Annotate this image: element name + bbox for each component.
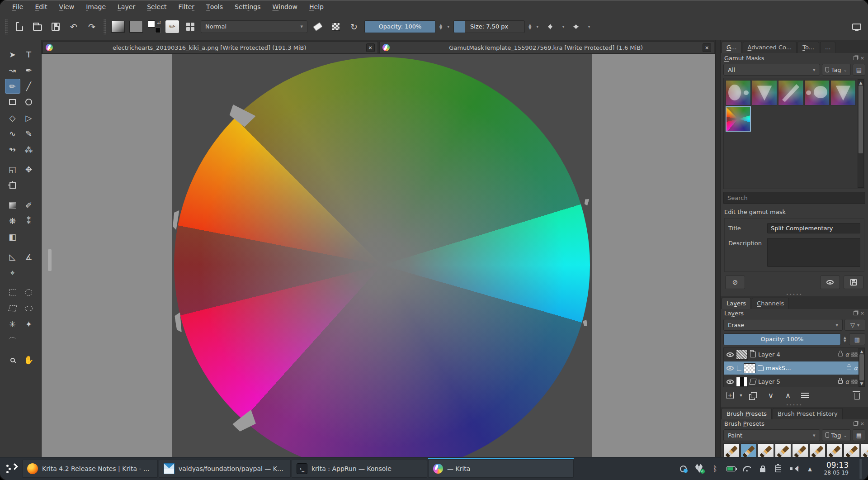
brush-tag-button[interactable]: Tag ⌄ <box>822 429 851 441</box>
tool-colorize-mask[interactable]: ⁑ <box>21 214 37 228</box>
save-button[interactable] <box>48 19 63 34</box>
alpha-lock-icon[interactable]: α <box>845 351 849 358</box>
tool-zoom[interactable] <box>5 352 20 367</box>
mirror-horizontal-button[interactable] <box>542 19 558 34</box>
clock[interactable]: 09:13 28-05-19 <box>824 461 849 476</box>
toolbar-grip[interactable] <box>5 19 8 34</box>
float-docker-icon[interactable] <box>854 56 858 60</box>
brush-tab-brushpresethistory[interactable]: Brush Preset History <box>773 408 843 419</box>
mask-triangle[interactable] <box>752 80 777 105</box>
mask-list-scrollbar[interactable]: ▲ <box>858 79 864 188</box>
task-konsole[interactable]: ›_krita : AppRun — Konsole <box>292 460 427 478</box>
tool-contiguous-select[interactable]: ✦ <box>21 317 37 332</box>
mask-split-complementary[interactable] <box>726 106 751 132</box>
mask-filter-combo[interactable]: All ▾ <box>723 64 820 76</box>
brush-preset-5[interactable] <box>809 443 826 457</box>
mirror-vertical-button[interactable] <box>568 19 584 34</box>
tool-edit-shapes[interactable]: ↝ <box>5 63 20 78</box>
dock-tab-advancedco[interactable]: Advanced Co... <box>743 42 797 53</box>
layer-visibility-eye-icon[interactable] <box>726 352 734 357</box>
close-docker-icon[interactable]: × <box>860 55 864 61</box>
menu-edit[interactable]: Edit <box>29 0 53 13</box>
close-docker-icon[interactable]: × <box>860 310 864 316</box>
tool-bezier-select[interactable] <box>5 333 20 347</box>
canvas-area[interactable] <box>42 54 715 457</box>
blend-mode-combo[interactable]: Normal ▾ <box>201 20 307 33</box>
layer-visibility-eye-icon[interactable] <box>726 380 734 384</box>
menu-settings[interactable]: Settings <box>229 0 266 13</box>
tool-polyline[interactable]: ▷ <box>21 110 37 125</box>
lock-icon[interactable] <box>847 366 851 370</box>
fg-bg-colors[interactable]: ⇄ <box>146 19 162 34</box>
preview-mask-button[interactable] <box>820 276 840 289</box>
layer-opacity-slider[interactable]: Opacity: 100% <box>723 333 841 345</box>
undo-button[interactable]: ↶ <box>66 19 81 34</box>
tray-screen-locker[interactable] <box>758 464 767 473</box>
tool-transform[interactable]: ◱ <box>5 162 20 177</box>
tray-clipboard[interactable] <box>774 464 783 473</box>
brush-preset-0[interactable] <box>723 443 740 457</box>
tool-gradient[interactable] <box>5 198 20 213</box>
mask-display-settings-button[interactable]: ▤ <box>853 64 865 76</box>
layer-filter-button[interactable]: ▽ ▾ <box>844 319 865 331</box>
tool-color-sampler[interactable]: ✐ <box>21 198 37 213</box>
float-docker-icon[interactable] <box>854 422 858 426</box>
brush-editor-button[interactable]: ✏ <box>165 19 180 34</box>
layers-tab-channels[interactable]: Channels <box>752 298 789 309</box>
mask-tag-button[interactable]: Tag ⌄ <box>822 64 851 76</box>
scrollbar-handle[interactable] <box>859 86 863 153</box>
inherit-alpha-icon[interactable] <box>851 380 858 384</box>
tool-freehand-path[interactable]: ✎ <box>21 126 37 141</box>
document-paper[interactable] <box>172 54 592 457</box>
menu-select[interactable]: Select <box>141 0 172 13</box>
brush-preset-3[interactable] <box>775 443 791 457</box>
task-kmail[interactable]: valdyas/foundation/paypal — KM... <box>159 460 291 478</box>
mirror-horizontal-options[interactable]: ▾ <box>561 24 566 29</box>
docker-splitter[interactable]: ••••• <box>721 403 868 407</box>
brush-preset-6[interactable] <box>826 443 843 457</box>
layer-opacity-spin[interactable]: ▲▼ <box>843 336 847 342</box>
layer-row-layer4[interactable]: Layer 4α <box>724 348 865 361</box>
move-layer-up-button[interactable]: ∧ <box>780 389 796 401</box>
brush-preset-1[interactable] <box>741 443 757 457</box>
scrollbar-handle[interactable] <box>859 354 864 380</box>
inherit-alpha-icon[interactable] <box>851 352 858 357</box>
brush-preset-7[interactable] <box>844 443 860 457</box>
tool-text[interactable]: T <box>21 47 37 62</box>
mask-dot-ellipse[interactable] <box>804 80 830 105</box>
redo-button[interactable]: ↷ <box>84 19 99 34</box>
menu-tools[interactable]: Tools <box>200 0 229 13</box>
tool-rectangle[interactable] <box>5 95 20 109</box>
move-layer-down-button[interactable]: ∨ <box>763 389 778 401</box>
layer-row-layer5[interactable]: Layer 5α <box>724 375 865 387</box>
task-krita[interactable]: — Krita <box>428 460 574 478</box>
eraser-mode-button[interactable] <box>310 19 326 34</box>
tool-assistants[interactable]: ◺ <box>5 249 20 264</box>
mask-ellipse-dot[interactable] <box>726 80 751 105</box>
tool-ellipse-select[interactable] <box>21 285 37 300</box>
mirror-vertical-options[interactable]: ▾ <box>586 24 591 29</box>
tool-ellipse[interactable] <box>21 95 37 109</box>
mask-title-input[interactable] <box>767 223 860 233</box>
tray-network-wifi[interactable] <box>742 464 751 473</box>
open-document-button[interactable] <box>30 19 45 34</box>
scroll-up-icon[interactable]: ▲ <box>858 80 863 86</box>
reload-preset-button[interactable]: ↻ <box>346 19 362 34</box>
menu-help[interactable]: Help <box>303 0 330 13</box>
opacity-slider[interactable]: Opacity: 100% <box>364 20 436 33</box>
mask-triangle-2[interactable] <box>830 80 856 105</box>
tray-bluetooth[interactable]: ᛒ <box>711 464 720 473</box>
document-tab-1[interactable]: GamutMaskTemplate_1559027569.kra [Write … <box>379 41 715 53</box>
brush-filter-combo[interactable]: Paint ▾ <box>723 429 820 441</box>
tool-polygon-select[interactable] <box>5 301 20 316</box>
tool-polygon[interactable]: ◇ <box>5 110 20 125</box>
tool-move[interactable]: ✥ <box>21 162 37 177</box>
tool-reference-images[interactable]: ⌖ <box>5 265 20 280</box>
mask-search-input[interactable] <box>723 192 865 204</box>
layer-properties-quick-button[interactable]: ▥ <box>849 333 865 345</box>
tray-battery[interactable] <box>726 464 736 473</box>
brush-preset-4[interactable] <box>792 443 808 457</box>
brush-presets-grid-button[interactable] <box>183 19 198 34</box>
brush-preset-2[interactable] <box>758 443 774 457</box>
tool-calligraphy[interactable]: ✒ <box>21 63 37 78</box>
